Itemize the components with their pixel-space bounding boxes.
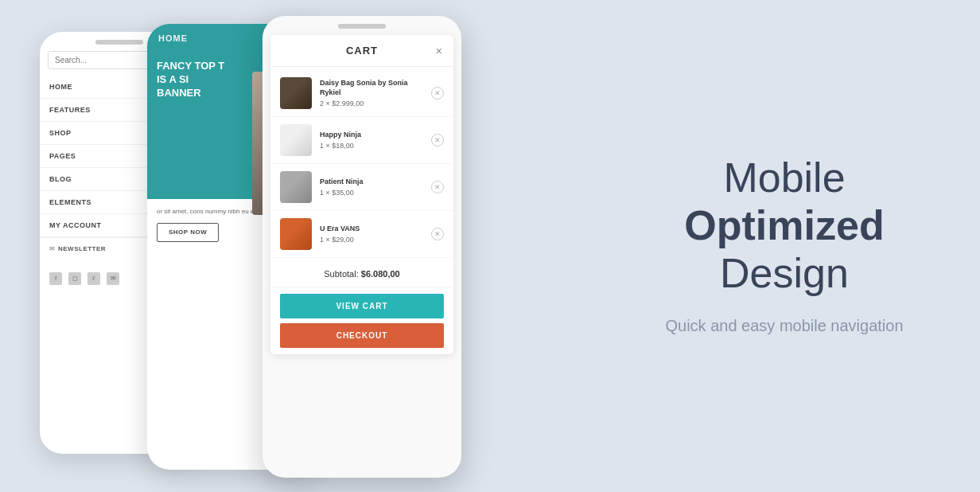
phones-area: 🔍 HOME ⌄ FEATURES ⌄ SHOP ⌄ PAGES [0, 0, 589, 492]
page-wrapper: 🔍 HOME ⌄ FEATURES ⌄ SHOP ⌄ PAGES [0, 0, 980, 492]
hero-line3: Design [720, 250, 849, 296]
product-name: U Era VANS [320, 225, 423, 234]
cart-subtotal: Subtotal: $6.080,00 [270, 261, 453, 287]
nav-label: HOME [49, 83, 72, 91]
nav-label: BLOG [49, 175, 72, 183]
twitter-icon[interactable]: 𝕣 [88, 272, 100, 285]
hero-text-area: Mobile Optimized Design Quick and easy m… [589, 123, 980, 369]
home-title: HOME [158, 33, 188, 43]
nav-label: MY ACCOUNT [49, 221, 102, 229]
product-price: 1 × $29,00 [320, 236, 423, 244]
phone-front: CART × Daisy Bag Sonia by Sonia Rykiel 2… [262, 16, 461, 478]
product-price: 2 × $2.999,00 [320, 100, 423, 107]
mail-icon: ✉ [49, 245, 55, 252]
hero-subtitle: Quick and easy mobile navigation [665, 314, 903, 338]
checkout-button[interactable]: CHECKOUT [280, 323, 444, 348]
subtotal-label: Subtotal: [324, 269, 358, 279]
cart-item: Happy Ninja 1 × $18,00 ✕ [270, 117, 453, 164]
email-icon[interactable]: ✉ [107, 272, 119, 285]
cart-item: Patient Ninja 1 × $35,00 ✕ [270, 164, 453, 211]
cart-items-list: Daisy Bag Sonia by Sonia Rykiel 2 × $2.9… [270, 67, 453, 261]
product-price: 1 × $18,00 [320, 142, 423, 150]
close-icon[interactable]: × [436, 45, 442, 57]
product-price: 1 × $35,00 [320, 189, 423, 197]
instagram-icon[interactable]: ◻ [68, 272, 81, 285]
remove-item-button[interactable]: ✕ [431, 228, 444, 240]
subtotal-value: $6.080,00 [361, 269, 400, 279]
remove-item-button[interactable]: ✕ [431, 134, 444, 146]
hero-line2: Optimized [684, 202, 884, 250]
phone-notch [338, 24, 386, 29]
cart-header: CART × [270, 35, 453, 67]
product-info: Daisy Bag Sonia by Sonia Rykiel 2 × $2.9… [320, 79, 423, 107]
product-info: Happy Ninja 1 × $18,00 [320, 131, 423, 150]
product-name: Happy Ninja [320, 131, 423, 140]
nav-label: SHOP [49, 129, 72, 137]
hero-heading: Mobile Optimized Design [684, 154, 884, 297]
nav-label: PAGES [49, 152, 76, 160]
nav-label: ELEMENTS [49, 198, 91, 206]
product-info: U Era VANS 1 × $29,00 [320, 225, 423, 244]
product-name: Daisy Bag Sonia by Sonia Rykiel [320, 79, 423, 97]
cart-item: U Era VANS 1 × $29,00 ✕ [270, 211, 453, 258]
facebook-icon[interactable]: f [49, 272, 62, 285]
product-info: Patient Ninja 1 × $35,00 [320, 178, 423, 197]
cart-title: CART [346, 45, 378, 57]
cart-actions: VIEW CART CHECKOUT [270, 287, 453, 354]
view-cart-button[interactable]: VIEW CART [280, 294, 444, 318]
cart-modal: CART × Daisy Bag Sonia by Sonia Rykiel 2… [270, 35, 453, 354]
newsletter-label: NEWSLETTER [58, 245, 106, 252]
product-image [280, 218, 312, 250]
remove-item-button[interactable]: ✕ [431, 87, 444, 100]
nav-label: FEATURES [49, 106, 91, 114]
phone-notch [95, 40, 143, 45]
product-image [280, 77, 312, 109]
shop-now-button[interactable]: SHOP NOW [157, 223, 219, 242]
product-image [280, 124, 312, 156]
product-name: Patient Ninja [320, 178, 423, 187]
remove-item-button[interactable]: ✕ [431, 181, 444, 193]
product-image [280, 171, 312, 203]
hero-line1: Mobile [723, 154, 845, 201]
cart-item: Daisy Bag Sonia by Sonia Rykiel 2 × $2.9… [270, 70, 453, 117]
